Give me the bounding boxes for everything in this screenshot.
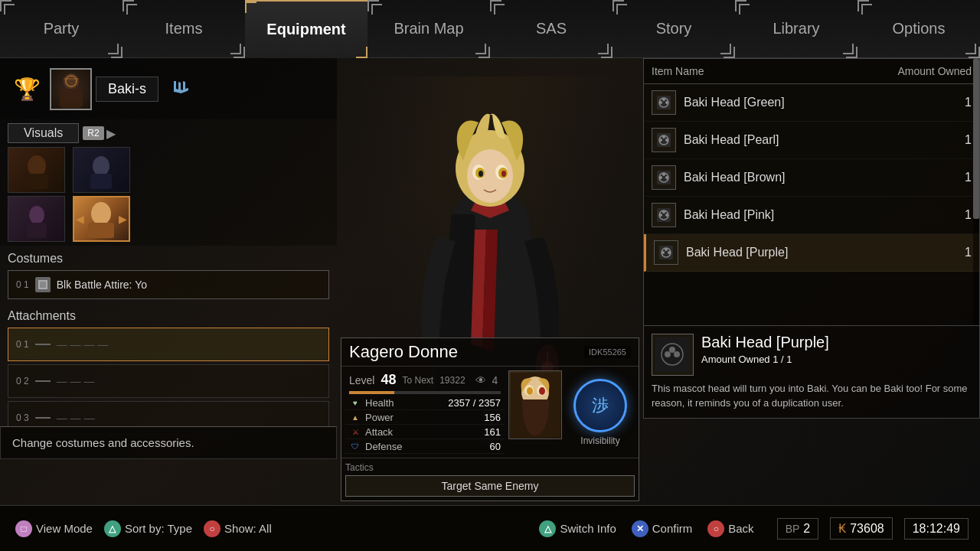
svg-point-40: [665, 139, 668, 142]
square-button-icon: □: [15, 520, 32, 537]
eye-icon: 👁: [475, 374, 486, 386]
portrait-cell-3[interactable]: [8, 196, 65, 242]
tab-sas-label: SAS: [536, 20, 567, 37]
item-name-4: Baki Head [Purple]: [686, 246, 949, 259]
item-name-1: Baki Head [Pearl]: [684, 133, 949, 147]
to-next-value: 19322: [439, 375, 465, 386]
to-next-label: To Next: [403, 375, 434, 386]
svg-point-45: [665, 176, 668, 179]
bottom-stats: △ Switch Info ✕ Confirm ○ Back BP 2 ₭ 73…: [539, 517, 980, 540]
arrow-right-icon: ▶: [106, 126, 116, 141]
tab-party[interactable]: Party: [0, 0, 122, 58]
tab-sas[interactable]: SAS: [490, 0, 612, 58]
back-btn[interactable]: ○ Back: [707, 520, 753, 537]
item-row-4[interactable]: Baki Head [Purple] 1: [644, 234, 979, 272]
item-name-0: Baki Head [Green]: [684, 96, 949, 109]
item-list-col-owned: Amount Owned: [898, 65, 972, 77]
item-list-col-name: Item Name: [652, 65, 898, 77]
costume-name: Blk Battle Attire: Yo: [57, 279, 147, 291]
bp-label: BP: [786, 523, 800, 535]
list-scrollbar[interactable]: [973, 59, 979, 325]
portrait-cell-1[interactable]: [8, 147, 65, 193]
help-text: Change costumes and accessories.: [12, 436, 194, 449]
power-label: Power: [365, 412, 484, 423]
slot-dash-1: [35, 344, 51, 345]
view-mode-label: View Mode: [36, 522, 93, 535]
tab-items[interactable]: Items: [122, 0, 245, 58]
tab-library[interactable]: Library: [735, 0, 858, 58]
slot-empty-2: — — —: [57, 375, 95, 387]
bp-section: BP 2: [777, 518, 819, 540]
switch-triangle-icon: △: [539, 520, 556, 537]
tab-party-label: Party: [44, 20, 80, 37]
stat-power-row: ▲ Power 156: [345, 410, 505, 425]
medals-section: ₭ 73608: [830, 517, 893, 540]
medals-value: 73608: [850, 522, 884, 536]
view-mode-btn[interactable]: □ View Mode: [15, 520, 93, 537]
health-value: 2357 / 2357: [448, 397, 501, 409]
cross-button-icon: ✕: [632, 520, 648, 537]
svg-point-39: [659, 139, 662, 142]
skill-symbol: 渉: [592, 394, 609, 417]
switch-info-label: Switch Info: [560, 522, 616, 535]
list-scroll-thumb: [973, 59, 979, 219]
visuals-section: Visuals R2 ▶: [0, 119, 337, 246]
playstation-icon: [170, 75, 193, 103]
tab-story-label: Story: [656, 20, 692, 37]
xp-fill: [349, 391, 394, 394]
stat-health-row: ♥ Health 2357 / 2357: [345, 396, 505, 410]
item-row-0[interactable]: Baki Head [Green] 1: [644, 84, 979, 122]
defense-value: 60: [490, 441, 501, 452]
character-avatar[interactable]: [50, 68, 92, 110]
owned-value: 1 / 1: [773, 354, 792, 365]
costume-item[interactable]: 0 1 Blk Battle Attire: Yo: [8, 270, 329, 299]
portrait-cell-2[interactable]: [73, 147, 130, 193]
svg-rect-7: [90, 174, 112, 189]
tactics-label: Tactics: [345, 462, 635, 473]
slot-dash-2: [35, 380, 51, 382]
item-count-3: 1: [949, 208, 972, 222]
char-level-section: Level 48 To Next 19322 👁 4 ♥ Health 2357…: [345, 370, 505, 454]
tab-equipment[interactable]: Equipment: [245, 0, 368, 58]
back-label: Back: [728, 522, 753, 535]
tab-brainmap[interactable]: Brain Map: [368, 0, 490, 58]
svg-point-30: [527, 387, 533, 395]
attachment-slot-1[interactable]: 0 1 — — — —: [8, 328, 329, 361]
item-detail-icon: [652, 334, 694, 376]
time-value: 18:12:49: [913, 522, 960, 535]
tab-brainmap-label: Brain Map: [394, 20, 463, 37]
item-row-2[interactable]: Baki Head [Brown] 1: [644, 159, 979, 197]
level-value: 48: [381, 372, 396, 388]
item-icon-2: [652, 165, 676, 190]
slot-empty-1: — — — —: [57, 338, 109, 350]
char-id: IDK55265: [584, 346, 631, 358]
item-row-1[interactable]: Baki Head [Pearl] 1: [644, 122, 979, 159]
eye-value: 4: [492, 374, 498, 386]
skill-icon[interactable]: 渉: [573, 379, 627, 432]
svg-point-36: [662, 98, 665, 101]
show-all-label: Show: All: [224, 522, 272, 535]
switch-info-btn[interactable]: △ Switch Info: [539, 520, 616, 537]
back-circle-icon: ○: [707, 520, 724, 537]
svg-point-34: [659, 101, 662, 104]
r2-badge: R2: [83, 126, 103, 140]
svg-rect-5: [25, 174, 48, 189]
circle-button-icon: ○: [204, 520, 220, 537]
sort-btn[interactable]: △ Sort by: Type: [104, 520, 192, 537]
show-all-btn[interactable]: ○ Show: All: [204, 520, 272, 537]
portrait-cell-active[interactable]: ◀ ▶: [73, 196, 130, 242]
attachment-slot-2[interactable]: 0 2 — — —: [8, 364, 329, 398]
item-detail-info: Baki Head [Purple] Amount Owned 1 / 1: [701, 334, 972, 365]
slot-num-2: 0 2: [16, 376, 29, 386]
svg-point-55: [668, 251, 671, 254]
tab-story[interactable]: Story: [612, 0, 735, 58]
right-panel: Item Name Amount Owned Baki Head [Green]…: [643, 58, 980, 505]
item-row-3[interactable]: Baki Head [Pink] 1: [644, 197, 979, 234]
visuals-header: Visuals R2 ▶: [8, 123, 329, 143]
health-icon: ♥: [349, 396, 361, 409]
item-count-2: 1: [949, 171, 972, 184]
tactics-value[interactable]: Target Same Enemy: [345, 475, 635, 497]
tab-options[interactable]: Options: [858, 0, 980, 58]
confirm-btn[interactable]: ✕ Confirm: [632, 520, 693, 537]
slot-empty-3: — — —: [57, 412, 95, 424]
